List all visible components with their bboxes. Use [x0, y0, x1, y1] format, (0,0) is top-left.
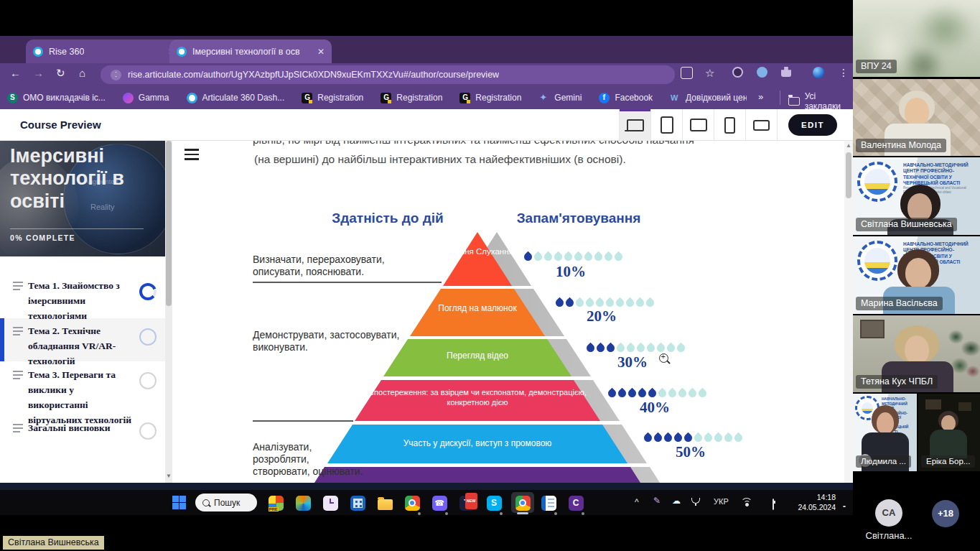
scroll-up-arrow-icon[interactable]: ▲ [846, 142, 851, 149]
chrome-active-icon[interactable] [514, 494, 531, 511]
video-tile[interactable]: Тетяна Кух ЧПБЛ [853, 315, 980, 392]
memory-drop-icon [686, 387, 698, 399]
pen-tray-icon[interactable]: ✎ [653, 496, 661, 506]
memory-drop-icon [696, 387, 708, 399]
video-tile[interactable]: Еріка Бор... [918, 394, 980, 471]
viber-icon[interactable]: ☎ [431, 494, 448, 511]
video-tile[interactable]: Валентина Молода [853, 79, 980, 156]
device-tablet-portrait-button[interactable] [651, 109, 683, 141]
all-bookmarks-button[interactable]: Усі закладки [788, 91, 853, 111]
device-tablet-landscape-button[interactable] [683, 109, 714, 141]
device-phone-landscape-button[interactable] [746, 109, 778, 141]
device-phone-portrait-button[interactable] [714, 109, 746, 141]
sidebar-item-tema1[interactable]: Тема 1. Знайомство з імерсивними техноло… [0, 279, 165, 316]
participant-name: Валентина Молода [856, 139, 946, 152]
scrollbar-thumb[interactable] [166, 141, 172, 306]
site-info-icon[interactable]: ⁚ [111, 70, 121, 80]
video-tile[interactable]: НАВЧАЛЬНО-МЕТОДИЧНИЙ ЦЕНТР ПРОФЕСІЙНО-ТЕ… [853, 394, 917, 471]
home-icon[interactable]: ⌂ [79, 67, 85, 79]
active-app-underline [517, 512, 528, 514]
pyramid-level-label: Участь у дискусії, виступ з промовою [366, 438, 589, 450]
memory-drop-icon [584, 297, 595, 308]
memory-drop-icon [542, 251, 554, 262]
kebab-menu-icon[interactable]: ⋮ [839, 67, 849, 78]
bookmarks-overflow-icon[interactable]: » [758, 91, 763, 102]
share-qr-icon[interactable] [681, 67, 693, 79]
extension-circle-icon[interactable] [732, 67, 743, 78]
participant-name: ВПУ 24 [856, 60, 897, 73]
browser-tab-rise360[interactable]: Rise 360 ✕ [26, 40, 182, 63]
office-pre-app-icon[interactable] [267, 494, 284, 511]
memory-drops-row [585, 341, 686, 354]
bookmarks-list: ОМО викладачів іс...GammaArticulate 360 … [7, 86, 747, 109]
extension-blue-icon[interactable] [757, 67, 767, 78]
bookmark-item[interactable]: Registration [381, 93, 442, 103]
video-tile[interactable]: ВПУ 24 [853, 0, 980, 77]
word-doc-app-icon[interactable] [540, 494, 557, 511]
forward-icon[interactable]: → [33, 67, 44, 79]
sidebar-scrollbar[interactable]: ▼ [165, 141, 172, 483]
start-button[interactable] [172, 496, 186, 509]
bookmark-item[interactable]: Довідковий центр |... [670, 93, 747, 103]
bookmark-item[interactable]: Gamma [123, 93, 169, 103]
battery-icon[interactable] [773, 499, 774, 509]
chrome-icon[interactable] [403, 494, 421, 511]
cloud-tray-icon[interactable]: ☁ [672, 496, 681, 506]
t-app-icon[interactable]: T [458, 494, 475, 511]
scroll-down-arrow-icon[interactable]: ▼ [166, 473, 172, 479]
bookmark-label: Registration [317, 93, 363, 103]
clock-app-icon[interactable] [322, 494, 339, 511]
sidebar-item-tema3[interactable]: Тема 3. Переваги та виклики у використан… [0, 368, 165, 418]
progress-ring [139, 328, 157, 346]
bookmark-item[interactable]: Articulate 360 Dash... [187, 93, 285, 103]
skype-icon[interactable]: S [485, 494, 503, 511]
participant-avatar[interactable]: CA [875, 499, 902, 527]
content-scrollbar[interactable]: ▲ [844, 141, 853, 483]
memory-drop-icon [594, 297, 605, 308]
lesson-menu-icon[interactable] [185, 149, 199, 163]
bookmark-item[interactable]: Gemini [538, 93, 582, 103]
bookmark-label: Registration [475, 93, 521, 103]
back-icon[interactable]: ← [10, 67, 21, 79]
c-app-icon[interactable]: C [567, 494, 584, 511]
sidebar-item-tema2[interactable]: Тема 2. Технічне обладнання VR/AR-технол… [0, 324, 165, 361]
file-explorer-icon[interactable] [376, 494, 393, 511]
calendar-app-icon[interactable] [349, 494, 366, 511]
browser-tab-course[interactable]: Імерсивні технології в освіті | ✕ [169, 40, 332, 63]
memory-drop-icon [692, 432, 704, 443]
bookmark-label: ОМО викладачів іс... [23, 93, 106, 103]
bookmark-item[interactable]: Registration [459, 93, 521, 103]
tray-chevron-icon[interactable]: ^ [635, 497, 639, 507]
memory-drop-icon [582, 251, 594, 262]
bookmark-item[interactable]: Facebook [599, 93, 653, 103]
reload-icon[interactable]: ↻ [56, 67, 65, 80]
gamma-icon [123, 93, 134, 103]
sidebar-item-conclusions[interactable]: Загальні висновки [0, 421, 165, 443]
address-bar[interactable]: ⁚ rise.articulate.com/author/UgYXAzbpfUJ… [101, 65, 675, 84]
more-participants-badge[interactable]: +18 [932, 500, 959, 527]
scrollbar-thumb[interactable] [846, 152, 851, 198]
bookmark-item[interactable]: ОМО викладачів іс... [7, 93, 106, 103]
bookmark-item[interactable]: Registration [302, 93, 363, 103]
video-tile[interactable]: НАВЧАЛЬНО-МЕТОДИЧНИЙ ЦЕНТР ПРОФЕСІЙНО-ТЕ… [853, 236, 980, 314]
all-bookmarks-label: Усі закладки [805, 91, 853, 111]
pyramid-level-label: Спостереження: за взірцем чи експонатом,… [366, 387, 589, 408]
memory-drop-icon [642, 432, 653, 443]
tab-close-icon[interactable]: ✕ [317, 47, 325, 57]
device-laptop-button[interactable] [620, 109, 651, 141]
memory-drop-icon [645, 342, 656, 353]
profile-avatar-icon[interactable] [813, 67, 824, 78]
browser-swirl-app-icon[interactable] [294, 494, 312, 511]
taskbar-clock[interactable]: 14:18 24.05.2024 [790, 493, 836, 512]
puzzle-extensions-icon[interactable] [781, 67, 791, 77]
video-tile[interactable]: НАВЧАЛЬНО-МЕТОДИЧНИЙ ЦЕНТР ПРОФЕСІЙНО-ТЕ… [853, 157, 980, 235]
search-icon [202, 499, 210, 506]
bookmark-star-icon[interactable]: ☆ [705, 67, 714, 80]
google-form-icon [459, 93, 470, 103]
taskbar-search[interactable]: Пошук [195, 494, 257, 511]
browser-toolbar: ← → ↻ ⌂ ⁚ rise.articulate.com/author/UgY… [0, 63, 853, 86]
bookmark-label: Довідковий центр |... [686, 93, 747, 103]
language-indicator[interactable]: УКР [714, 497, 729, 506]
pyramid-level-label: Перегляд відео [420, 351, 535, 362]
edit-button[interactable]: EDIT [788, 114, 837, 136]
